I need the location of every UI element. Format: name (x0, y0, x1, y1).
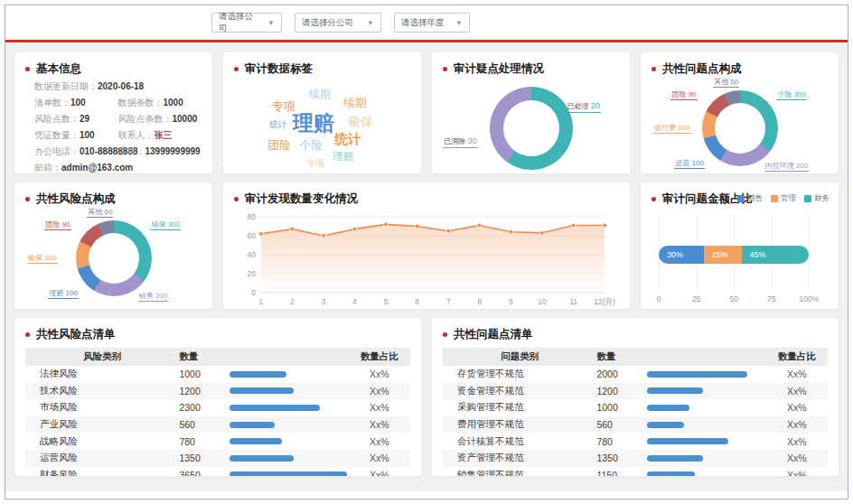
panel-header: 共性问题点清单 (443, 325, 828, 343)
count-bar (230, 438, 282, 444)
dashboard-page: 请选择公司 ▼ 请选择分公司 ▼ 请选择年度 ▼ 基本信息 数据更新日期：202… (0, 0, 853, 504)
tag-word: 专项 (306, 158, 325, 168)
col-header-ratio: 数量占比 (349, 350, 410, 363)
count-bar (230, 471, 348, 477)
donut-ring (76, 220, 152, 296)
amount-legend: 销售管理财务 (737, 193, 830, 204)
svg-text:3: 3 (322, 297, 326, 306)
bullet-icon (651, 197, 656, 201)
panel-header: 基本信息 (25, 60, 202, 78)
legend-swatch-icon (737, 195, 745, 202)
table-row: 会计核算不规范780Xx% (443, 433, 828, 450)
panel-risk-list: 共性风险点清单 风险类别 数量 数量占比 法律风险1000Xx%技术风险1200… (14, 317, 422, 477)
panel-title: 审计数据标签 (245, 61, 313, 77)
pie-label: 内控环境 200 (764, 162, 810, 172)
svg-text:60: 60 (247, 231, 256, 240)
table-row: 资产管理不规范1350Xx% (443, 450, 828, 467)
svg-text:6: 6 (415, 297, 419, 306)
year-select-label: 请选择年度 (401, 17, 445, 29)
legend-swatch-icon (804, 195, 811, 202)
table-row: 销售管理不规范1150Xx% (443, 467, 828, 477)
col-header-ratio: 数量占比 (766, 350, 828, 363)
table-row: 采购管理不规范1000Xx% (443, 399, 828, 416)
bullet-icon (443, 67, 447, 71)
panel-title: 共性问题点清单 (454, 327, 533, 342)
company-select[interactable]: 请选择公司 ▼ (211, 13, 282, 33)
count-bar (230, 405, 320, 411)
pie-label: 团险 90 (44, 220, 70, 230)
panel-problem-list: 共性问题点清单 问题类别 数量 数量占比 存货管理不规范2000Xx%资金管理不… (431, 317, 839, 477)
table-header-row: 风险类别 数量 数量占比 (25, 348, 410, 366)
year-select[interactable]: 请选择年度 ▼ (394, 13, 470, 33)
legend-item[interactable]: 销售 (737, 193, 763, 204)
risk-list-table: 风险类别 数量 数量占比 法律风险1000Xx%技术风险1200Xx%市场风险2… (25, 348, 410, 477)
svg-text:11: 11 (569, 297, 577, 306)
legend-item[interactable]: 管理 (771, 193, 796, 204)
bullet-icon (25, 197, 30, 201)
tag-word: 续期 (343, 97, 367, 108)
count-bar (230, 422, 275, 428)
panel-header: 共性风险点清单 (25, 325, 410, 343)
tag-word: 团险 (268, 140, 291, 152)
count-bar (647, 387, 703, 394)
panel-title: 共性风险点构成 (36, 191, 116, 207)
table-row: 技术风险1200Xx% (25, 383, 410, 400)
table-row: 财务风险3650Xx% (25, 467, 410, 477)
svg-text:0: 0 (251, 288, 256, 297)
info-field: 办公电话：010-88888888 (34, 146, 118, 157)
table-header-row: 问题类别 数量 数量占比 (443, 348, 828, 366)
pie-label: 银保 100 (27, 254, 58, 264)
panel-header: 审计数据标签 (234, 60, 410, 78)
bullet-icon (234, 67, 239, 71)
donut-ring (702, 90, 778, 166)
table-row: 运营风险1350Xx% (25, 450, 410, 467)
panel-title: 基本信息 (36, 61, 81, 77)
count-bar (647, 422, 684, 428)
info-field: 邮箱：admin@163.com (34, 163, 202, 173)
svg-text:80: 80 (247, 212, 256, 221)
info-field: 风险点条数：10000 (118, 114, 202, 125)
pie-label: 续保 300 (150, 220, 181, 230)
panel-header: 审计疑点处理情况 (443, 60, 619, 78)
panel-header: 共性问题点构成 (651, 60, 828, 78)
svg-text:9: 9 (509, 297, 513, 306)
chevron-down-icon: ▼ (455, 19, 463, 27)
legend-swatch-icon (771, 195, 778, 202)
panel-title: 共性风险点清单 (36, 327, 116, 342)
panel-title: 审计发现数量变化情况 (245, 191, 358, 207)
count-bar (647, 405, 690, 411)
pie-label: 其他 60 (713, 78, 739, 88)
count-bar (647, 455, 703, 462)
table-row: 市场风险2300Xx% (25, 399, 410, 416)
panel-title: 审计疑点处理情况 (454, 61, 544, 77)
tag-word: 统计 (334, 132, 361, 145)
table-row: 费用管理不规范560Xx% (443, 416, 828, 434)
tag-word: 银保 (349, 116, 372, 127)
info-field: 清单数：100 (34, 98, 118, 108)
info-field: 凭证数量：100 (34, 130, 118, 141)
table-row: 法律风险1000Xx% (25, 366, 410, 383)
branch-select[interactable]: 请选择分公司 ▼ (295, 13, 381, 33)
pie-label: 已处理 20 (567, 101, 602, 113)
count-bar (647, 371, 747, 378)
table-row: 战略风险780Xx% (25, 433, 410, 450)
problem-list-table: 问题类别 数量 数量占比 存货管理不规范2000Xx%资金管理不规范1200Xx… (443, 348, 828, 477)
col-header-count: 数量 (596, 350, 646, 363)
legend-item[interactable]: 财务 (804, 193, 830, 204)
panel-header: 共性风险点构成 (25, 190, 202, 208)
pie-label: 运营 100 (674, 159, 705, 169)
count-bar (647, 471, 695, 477)
panel-trend: 审计发现数量变化情况 020406080123456789101112(月) (222, 182, 631, 310)
bar-segment: 45% (742, 246, 810, 264)
bullet-icon (234, 197, 239, 201)
tag-word: 续期 (309, 89, 331, 99)
donut-ring (490, 87, 573, 170)
bullet-icon (25, 332, 30, 337)
doubt-donut-chart: 已处理 20已消除 30 (443, 78, 619, 174)
branch-select-label: 请选择分公司 (302, 17, 353, 29)
bar-segment: 30% (659, 246, 704, 264)
info-field: 手机：13999999999 (118, 146, 202, 157)
table-row: 资金管理不规范1200Xx% (443, 383, 828, 400)
bullet-icon (443, 332, 447, 337)
problem-mix-donut-chart: 个险 300内控环境 200运营 100收付费 100团险 90其他 60 (651, 78, 828, 174)
